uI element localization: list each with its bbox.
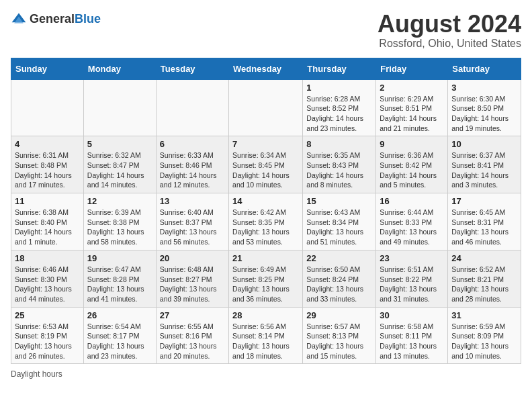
calendar-cell: 16Sunrise: 6:44 AM Sunset: 8:33 PM Dayli… bbox=[376, 193, 448, 250]
logo-inner: GeneralBlue bbox=[11, 11, 101, 27]
day-number: 21 bbox=[232, 253, 299, 263]
day-info: Sunrise: 6:59 AM Sunset: 8:09 PM Dayligh… bbox=[451, 322, 517, 361]
day-info: Sunrise: 6:54 AM Sunset: 8:17 PM Dayligh… bbox=[87, 322, 152, 361]
week-row-5: 25Sunrise: 6:53 AM Sunset: 8:19 PM Dayli… bbox=[11, 307, 521, 364]
calendar-cell: 17Sunrise: 6:45 AM Sunset: 8:31 PM Dayli… bbox=[448, 193, 521, 250]
column-header-tuesday: Tuesday bbox=[156, 58, 228, 79]
day-info: Sunrise: 6:36 AM Sunset: 8:42 PM Dayligh… bbox=[380, 150, 444, 190]
calendar-cell: 9Sunrise: 6:36 AM Sunset: 8:42 PM Daylig… bbox=[376, 136, 448, 193]
day-info: Sunrise: 6:51 AM Sunset: 8:22 PM Dayligh… bbox=[380, 265, 444, 304]
calendar-cell: 29Sunrise: 6:57 AM Sunset: 8:13 PM Dayli… bbox=[303, 307, 376, 364]
calendar-cell: 25Sunrise: 6:53 AM Sunset: 8:19 PM Dayli… bbox=[11, 307, 84, 364]
title-section: August 2024 Rossford, Ohio, United State… bbox=[378, 11, 521, 50]
calendar-cell: 1Sunrise: 6:28 AM Sunset: 8:52 PM Daylig… bbox=[303, 79, 376, 136]
column-header-thursday: Thursday bbox=[303, 58, 376, 79]
week-row-1: 1Sunrise: 6:28 AM Sunset: 8:52 PM Daylig… bbox=[11, 79, 521, 136]
day-number: 8 bbox=[306, 139, 372, 149]
day-info: Sunrise: 6:40 AM Sunset: 8:37 PM Dayligh… bbox=[160, 208, 225, 247]
day-info: Sunrise: 6:48 AM Sunset: 8:27 PM Dayligh… bbox=[160, 265, 225, 304]
calendar-cell: 18Sunrise: 6:46 AM Sunset: 8:30 PM Dayli… bbox=[11, 250, 84, 307]
day-number: 19 bbox=[87, 253, 152, 263]
day-number: 26 bbox=[87, 310, 152, 320]
day-info: Sunrise: 6:43 AM Sunset: 8:34 PM Dayligh… bbox=[306, 208, 372, 247]
calendar-cell: 26Sunrise: 6:54 AM Sunset: 8:17 PM Dayli… bbox=[83, 307, 156, 364]
logo-text: GeneralBlue bbox=[30, 12, 101, 26]
day-number: 22 bbox=[306, 253, 372, 263]
calendar-cell: 2Sunrise: 6:29 AM Sunset: 8:51 PM Daylig… bbox=[376, 79, 448, 136]
week-row-4: 18Sunrise: 6:46 AM Sunset: 8:30 PM Dayli… bbox=[11, 250, 521, 307]
day-info: Sunrise: 6:56 AM Sunset: 8:14 PM Dayligh… bbox=[232, 322, 299, 361]
calendar-cell bbox=[156, 79, 228, 136]
logo-icon bbox=[11, 11, 27, 27]
day-info: Sunrise: 6:46 AM Sunset: 8:30 PM Dayligh… bbox=[15, 265, 80, 304]
calendar-table: SundayMondayTuesdayWednesdayThursdayFrid… bbox=[11, 58, 521, 365]
day-info: Sunrise: 6:35 AM Sunset: 8:43 PM Dayligh… bbox=[306, 150, 372, 190]
calendar-cell: 28Sunrise: 6:56 AM Sunset: 8:14 PM Dayli… bbox=[229, 307, 303, 364]
calendar-cell: 11Sunrise: 6:38 AM Sunset: 8:40 PM Dayli… bbox=[11, 193, 84, 250]
day-number: 4 bbox=[15, 139, 80, 149]
calendar-cell: 23Sunrise: 6:51 AM Sunset: 8:22 PM Dayli… bbox=[376, 250, 448, 307]
day-info: Sunrise: 6:44 AM Sunset: 8:33 PM Dayligh… bbox=[380, 208, 444, 247]
calendar-cell: 6Sunrise: 6:33 AM Sunset: 8:46 PM Daylig… bbox=[156, 136, 228, 193]
day-info: Sunrise: 6:49 AM Sunset: 8:25 PM Dayligh… bbox=[232, 265, 299, 304]
day-info: Sunrise: 6:38 AM Sunset: 8:40 PM Dayligh… bbox=[15, 208, 80, 247]
logo-blue: Blue bbox=[75, 12, 101, 26]
calendar-cell: 21Sunrise: 6:49 AM Sunset: 8:25 PM Dayli… bbox=[229, 250, 303, 307]
day-info: Sunrise: 6:33 AM Sunset: 8:46 PM Dayligh… bbox=[160, 150, 225, 190]
day-number: 9 bbox=[380, 139, 444, 149]
day-number: 30 bbox=[380, 310, 444, 320]
calendar-cell: 15Sunrise: 6:43 AM Sunset: 8:34 PM Dayli… bbox=[303, 193, 376, 250]
calendar-cell: 30Sunrise: 6:58 AM Sunset: 8:11 PM Dayli… bbox=[376, 307, 448, 364]
day-number: 17 bbox=[451, 196, 517, 206]
day-info: Sunrise: 6:30 AM Sunset: 8:50 PM Dayligh… bbox=[451, 94, 517, 134]
calendar-cell: 14Sunrise: 6:42 AM Sunset: 8:35 PM Dayli… bbox=[229, 193, 303, 250]
calendar-cell bbox=[11, 79, 84, 136]
day-info: Sunrise: 6:50 AM Sunset: 8:24 PM Dayligh… bbox=[306, 265, 372, 304]
day-number: 2 bbox=[380, 83, 444, 93]
calendar-cell: 13Sunrise: 6:40 AM Sunset: 8:37 PM Dayli… bbox=[156, 193, 228, 250]
day-number: 15 bbox=[306, 196, 372, 206]
day-info: Sunrise: 6:29 AM Sunset: 8:51 PM Dayligh… bbox=[380, 94, 444, 134]
day-number: 10 bbox=[451, 139, 517, 149]
day-info: Sunrise: 6:28 AM Sunset: 8:52 PM Dayligh… bbox=[306, 94, 372, 134]
daylight-note: Daylight hours bbox=[11, 369, 62, 379]
calendar-cell: 5Sunrise: 6:32 AM Sunset: 8:47 PM Daylig… bbox=[83, 136, 156, 193]
calendar-header: SundayMondayTuesdayWednesdayThursdayFrid… bbox=[11, 58, 521, 79]
calendar-cell: 22Sunrise: 6:50 AM Sunset: 8:24 PM Dayli… bbox=[303, 250, 376, 307]
day-info: Sunrise: 6:34 AM Sunset: 8:45 PM Dayligh… bbox=[232, 150, 299, 190]
page-header: GeneralBlue August 2024 Rossford, Ohio, … bbox=[11, 11, 521, 50]
day-info: Sunrise: 6:37 AM Sunset: 8:41 PM Dayligh… bbox=[451, 150, 517, 190]
day-number: 14 bbox=[232, 196, 299, 206]
column-header-sunday: Sunday bbox=[11, 58, 84, 79]
day-number: 3 bbox=[451, 83, 517, 93]
calendar-cell bbox=[229, 79, 303, 136]
day-number: 7 bbox=[232, 139, 299, 149]
calendar-cell: 4Sunrise: 6:31 AM Sunset: 8:48 PM Daylig… bbox=[11, 136, 84, 193]
calendar-cell: 27Sunrise: 6:55 AM Sunset: 8:16 PM Dayli… bbox=[156, 307, 228, 364]
column-header-wednesday: Wednesday bbox=[229, 58, 303, 79]
day-number: 24 bbox=[451, 253, 517, 263]
calendar-body: 1Sunrise: 6:28 AM Sunset: 8:52 PM Daylig… bbox=[11, 79, 521, 364]
main-title: August 2024 bbox=[378, 11, 521, 38]
day-number: 18 bbox=[15, 253, 80, 263]
day-number: 12 bbox=[87, 196, 152, 206]
day-info: Sunrise: 6:32 AM Sunset: 8:47 PM Dayligh… bbox=[87, 150, 152, 190]
day-number: 20 bbox=[160, 253, 225, 263]
day-number: 23 bbox=[380, 253, 444, 263]
calendar-cell: 8Sunrise: 6:35 AM Sunset: 8:43 PM Daylig… bbox=[303, 136, 376, 193]
day-info: Sunrise: 6:57 AM Sunset: 8:13 PM Dayligh… bbox=[306, 322, 372, 361]
calendar-cell: 20Sunrise: 6:48 AM Sunset: 8:27 PM Dayli… bbox=[156, 250, 228, 307]
column-header-monday: Monday bbox=[83, 58, 156, 79]
day-number: 11 bbox=[15, 196, 80, 206]
day-number: 6 bbox=[160, 139, 225, 149]
footer-note: Daylight hours bbox=[11, 369, 521, 379]
day-info: Sunrise: 6:39 AM Sunset: 8:38 PM Dayligh… bbox=[87, 208, 152, 247]
calendar-cell: 7Sunrise: 6:34 AM Sunset: 8:45 PM Daylig… bbox=[229, 136, 303, 193]
day-info: Sunrise: 6:31 AM Sunset: 8:48 PM Dayligh… bbox=[15, 150, 80, 190]
day-number: 25 bbox=[15, 310, 80, 320]
column-header-saturday: Saturday bbox=[448, 58, 521, 79]
column-header-friday: Friday bbox=[376, 58, 448, 79]
logo-general: General bbox=[30, 12, 75, 26]
day-header-row: SundayMondayTuesdayWednesdayThursdayFrid… bbox=[11, 58, 521, 79]
day-number: 5 bbox=[87, 139, 152, 149]
